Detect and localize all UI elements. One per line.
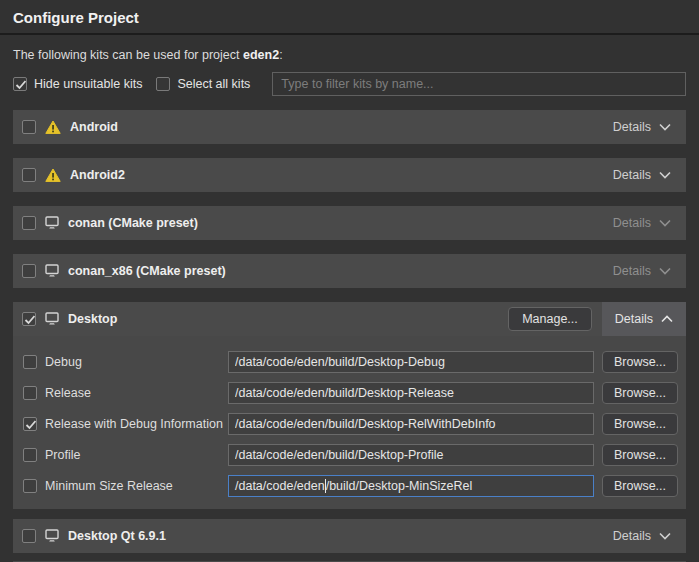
input-text: /build/Desktop-MinSizeRel <box>326 479 473 493</box>
check-icon <box>24 418 36 431</box>
details-label: Details <box>613 168 651 182</box>
select-all-kits-checkbox[interactable]: Select all kits <box>156 77 250 91</box>
chevron-down-icon <box>659 219 671 227</box>
config-checkbox[interactable] <box>23 386 37 400</box>
browse-button[interactable]: Browse... <box>602 475 678 497</box>
config-row-minsizerel: Minimum Size Release /data/code/eden/bui… <box>23 475 678 497</box>
config-label: Release with Debug Information <box>45 417 228 431</box>
config-label: Profile <box>45 448 228 462</box>
check-icon <box>23 313 35 326</box>
config-checkbox[interactable] <box>23 448 37 462</box>
warning-icon <box>45 120 61 135</box>
kit-row-conan-x86: conan_x86 (CMake preset) Details <box>13 254 686 288</box>
details-button: Details <box>608 206 676 240</box>
kit-name: conan (CMake preset) <box>68 216 198 230</box>
desktop-build-configs: Debug Browse... Release Browse... Releas… <box>13 336 686 497</box>
kit-filter-input[interactable] <box>272 72 686 96</box>
kit-name: conan_x86 (CMake preset) <box>68 264 226 278</box>
config-row-debug: Debug Browse... <box>23 351 678 373</box>
chevron-down-icon <box>659 267 671 275</box>
kit-row-android: Android Details <box>13 110 686 144</box>
browse-button[interactable]: Browse... <box>602 444 678 466</box>
hide-unsuitable-checkbox[interactable]: Hide unsuitable kits <box>13 77 142 91</box>
config-label: Release <box>45 386 228 400</box>
details-label: Details <box>613 264 651 278</box>
intro-prefix: The following kits can be used for proje… <box>13 48 243 62</box>
config-row-release: Release Browse... <box>23 382 678 404</box>
kit-checkbox[interactable] <box>22 216 36 230</box>
kit-name: Desktop <box>68 312 117 326</box>
config-checkbox[interactable] <box>23 479 37 493</box>
build-dir-input[interactable] <box>228 351 594 373</box>
chevron-down-icon <box>659 532 671 540</box>
config-checkbox[interactable] <box>23 355 37 369</box>
checkbox-icon <box>13 77 27 91</box>
details-button[interactable]: Details <box>602 302 686 336</box>
config-row-relwithdebinfo: Release with Debug Information Browse... <box>23 413 678 435</box>
project-name: eden2 <box>243 48 279 62</box>
chevron-down-icon <box>659 171 671 179</box>
browse-button[interactable]: Browse... <box>602 382 678 404</box>
kit-row-desktop: Desktop Manage... Details <box>13 302 686 336</box>
config-row-profile: Profile Browse... <box>23 444 678 466</box>
input-text: /data/code/eden <box>235 479 325 493</box>
kit-name: Desktop Qt 6.9.1 <box>68 529 166 543</box>
monitor-icon <box>45 529 59 543</box>
config-checkbox[interactable] <box>23 417 37 431</box>
manage-kits-button[interactable]: Manage... <box>508 307 592 331</box>
config-label: Debug <box>45 355 228 369</box>
select-all-kits-label: Select all kits <box>177 77 250 91</box>
intro-suffix: : <box>279 48 282 62</box>
monitor-icon <box>45 312 59 326</box>
kit-row-android2: Android2 Details <box>13 158 686 192</box>
details-label: Details <box>613 216 651 230</box>
kit-checkbox[interactable] <box>22 529 36 543</box>
browse-button[interactable]: Browse... <box>602 351 678 373</box>
details-button: Details <box>608 254 676 288</box>
kit-row-conan: conan (CMake preset) Details <box>13 206 686 240</box>
build-dir-input[interactable] <box>228 382 594 404</box>
kit-card-desktop: Desktop Manage... Details Debug Browse..… <box>13 302 686 509</box>
details-label: Details <box>615 312 653 326</box>
chevron-down-icon <box>659 123 671 131</box>
monitor-icon <box>45 264 59 278</box>
title-divider <box>0 33 699 35</box>
build-dir-input[interactable] <box>228 444 594 466</box>
kit-checkbox[interactable] <box>22 120 36 134</box>
details-button[interactable]: Details <box>608 158 676 192</box>
kit-name: Android <box>70 120 118 134</box>
kit-checkbox[interactable] <box>22 312 36 326</box>
chevron-up-icon <box>661 315 673 323</box>
kit-name: Android2 <box>70 168 125 182</box>
page-title: Configure Project <box>13 0 686 33</box>
build-dir-input[interactable] <box>228 413 594 435</box>
kit-filter-toolbar: Hide unsuitable kits Select all kits <box>13 72 686 96</box>
kit-checkbox[interactable] <box>22 168 36 182</box>
kit-checkbox[interactable] <box>22 264 36 278</box>
browse-button[interactable]: Browse... <box>602 413 678 435</box>
kit-row-desktop-qt: Desktop Qt 6.9.1 Details <box>13 519 686 553</box>
details-button[interactable]: Details <box>608 519 676 553</box>
configure-project-page: Configure Project <box>0 0 699 33</box>
checkbox-icon <box>156 77 170 91</box>
monitor-icon <box>45 216 59 230</box>
warning-icon <box>45 168 61 183</box>
intro-text: The following kits can be used for proje… <box>13 48 686 62</box>
details-button[interactable]: Details <box>608 110 676 144</box>
details-label: Details <box>613 529 651 543</box>
hide-unsuitable-label: Hide unsuitable kits <box>34 77 142 91</box>
details-label: Details <box>613 120 651 134</box>
build-dir-input-focused[interactable]: /data/code/eden/build/Desktop-MinSizeRel <box>228 475 594 497</box>
config-label: Minimum Size Release <box>45 479 228 493</box>
check-icon <box>14 78 26 91</box>
